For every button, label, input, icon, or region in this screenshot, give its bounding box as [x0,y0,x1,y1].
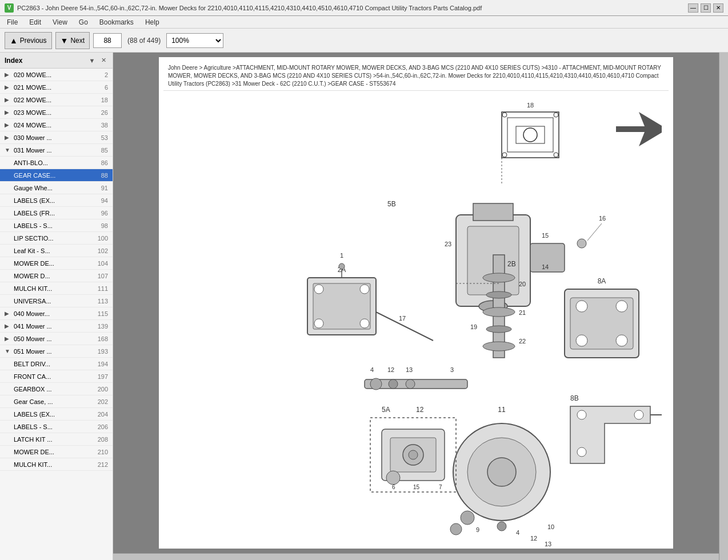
sidebar-item-label: LABELS (FR... [14,210,55,217]
svg-text:5B: 5B [387,200,396,208]
sidebar-item[interactable]: ▶020 MOWE...2 [0,69,113,81]
expand-icon[interactable]: ▶ [5,335,11,342]
svg-point-28 [339,263,345,269]
sidebar-item[interactable]: LABELS - S...206 [0,421,113,433]
collapse-icon[interactable]: ▼ [5,147,11,153]
sidebar-item-page: 104 [98,260,108,267]
sidebar-item[interactable]: UNIVERSA...113 [0,295,113,307]
expand-icon[interactable]: ▶ [5,84,11,90]
vertical-scrollbar[interactable] [719,53,728,560]
sidebar-item[interactable]: ▶023 MOWE...26 [0,106,113,119]
menu-help[interactable]: Help [141,17,164,27]
sidebar-item[interactable]: ▶024 MOWE...38 [0,119,113,131]
page-number-input[interactable] [93,33,122,48]
sidebar-item-label: 021 MOWE... [14,84,51,91]
sidebar-item[interactable]: GEAR CASE...88 [0,169,113,182]
menu-bookmarks[interactable]: Bookmarks [95,17,138,27]
sidebar-item[interactable]: ▶022 MOWE...18 [0,94,113,106]
next-button[interactable]: ▼ Next [55,32,90,49]
sidebar-item-page: 26 [101,109,108,116]
svg-text:12: 12 [387,366,394,373]
svg-text:10: 10 [547,523,554,530]
svg-point-48 [389,379,398,389]
sidebar-item-page: 200 [98,386,108,393]
sidebar-item[interactable]: ▶050 Mower ...168 [0,333,113,345]
svg-text:7: 7 [439,484,442,490]
svg-text:9: 9 [476,526,479,533]
svg-point-43 [577,239,586,248]
svg-text:5A: 5A [382,406,390,414]
sidebar-item[interactable]: MOWER D...107 [0,270,113,282]
expand-icon[interactable]: ▶ [5,310,11,317]
sidebar-item[interactable]: FRONT CA...197 [0,370,113,383]
sidebar-item-page: 38 [101,122,108,129]
svg-point-22 [314,285,323,294]
expand-icon[interactable]: ▶ [5,97,11,103]
sidebar-item[interactable]: LABELS - S...98 [0,219,113,232]
sidebar-item[interactable]: MULCH KIT...212 [0,458,113,471]
menu-edit[interactable]: Edit [25,17,46,27]
svg-text:19: 19 [470,323,477,330]
sidebar-item[interactable]: ▶041 Mower ...139 [0,320,113,333]
sidebar: Index ▼ ✕ ▶020 MOWE...2▶021 MOWE...6▶022… [0,53,113,560]
sidebar-item[interactable]: ▼031 Mower ...85 [0,144,113,157]
expand-icon[interactable]: ▶ [5,109,11,115]
sidebar-item-label: LABELS (EX... [14,411,55,418]
collapse-icon[interactable]: ▼ [5,348,11,354]
expand-icon[interactable]: ▶ [5,323,11,329]
sidebar-item[interactable]: MOWER DE...104 [0,257,113,270]
sidebar-item[interactable]: Leaf Kit - S...102 [0,245,113,257]
sidebar-item[interactable]: MULCH KIT...111 [0,282,113,295]
menu-view[interactable]: View [48,17,72,27]
sidebar-item[interactable]: MOWER DE...210 [0,446,113,458]
expand-icon[interactable]: ▶ [5,71,11,78]
svg-point-31 [483,273,515,282]
horizontal-scrollbar[interactable] [113,553,719,560]
sidebar-item-label: LIP SECTIO... [14,235,54,242]
sidebar-item[interactable]: ▼051 Mower ...193 [0,345,113,358]
main-area: Index ▼ ✕ ▶020 MOWE...2▶021 MOWE...6▶022… [0,53,728,560]
svg-point-79 [576,301,587,312]
sidebar-expand-icon[interactable]: ▼ [87,56,97,65]
sidebar-item-page: 139 [98,323,108,330]
svg-point-73 [386,471,400,485]
zoom-select[interactable]: 100% 50% 75% 125% 150% 200% [166,33,223,48]
sidebar-item[interactable]: Gear Case, ...202 [0,395,113,408]
sidebar-item[interactable]: LABELS (EX...204 [0,408,113,421]
sidebar-close-icon[interactable]: ✕ [99,56,108,65]
sidebar-item-page: 208 [98,436,108,443]
svg-point-23 [360,285,369,294]
diagram-area: 18 [163,91,669,545]
menu-file[interactable]: File [2,17,22,27]
sidebar-item[interactable]: Gauge Whe...91 [0,182,113,194]
sidebar-item-label: Gear Case, ... [14,398,53,405]
sidebar-item[interactable]: ▶030 Mower ...53 [0,131,113,144]
minimize-button[interactable]: ― [688,3,698,13]
sidebar-item[interactable]: BELT DRIV...194 [0,358,113,370]
sidebar-item[interactable]: LABELS (FR...96 [0,207,113,219]
previous-button[interactable]: ▲ Previous [5,32,52,49]
sidebar-list[interactable]: ▶020 MOWE...2▶021 MOWE...6▶022 MOWE...18… [0,69,113,560]
sidebar-item[interactable]: ANTI-BLO...86 [0,157,113,169]
content-area[interactable]: John Deere > Agriculture >ATTACHMENT, MI… [113,53,719,560]
svg-point-25 [360,319,369,328]
sidebar-item[interactable]: ▶040 Mower...115 [0,307,113,320]
svg-text:15: 15 [542,232,549,239]
sidebar-item[interactable]: ▶021 MOWE...6 [0,81,113,94]
expand-icon[interactable]: ▶ [5,122,11,128]
sidebar-item-page: 111 [98,285,108,292]
sidebar-item[interactable]: LATCH KIT ...208 [0,433,113,446]
sidebar-item-page: 88 [101,172,108,179]
maximize-button[interactable]: ☐ [701,3,711,13]
svg-point-49 [406,379,415,389]
sidebar-item-page: 91 [101,185,108,191]
close-button[interactable]: ✕ [713,3,723,13]
menu-go[interactable]: Go [74,17,93,27]
sidebar-item[interactable]: LABELS (EX...94 [0,194,113,207]
sidebar-item[interactable]: LIP SECTIO...100 [0,232,113,245]
svg-point-57 [487,458,516,486]
sidebar-item-page: 53 [101,134,108,141]
sidebar-item-label: LABELS - S... [14,423,53,430]
expand-icon[interactable]: ▶ [5,134,11,141]
sidebar-item[interactable]: GEARBOX ...200 [0,383,113,395]
